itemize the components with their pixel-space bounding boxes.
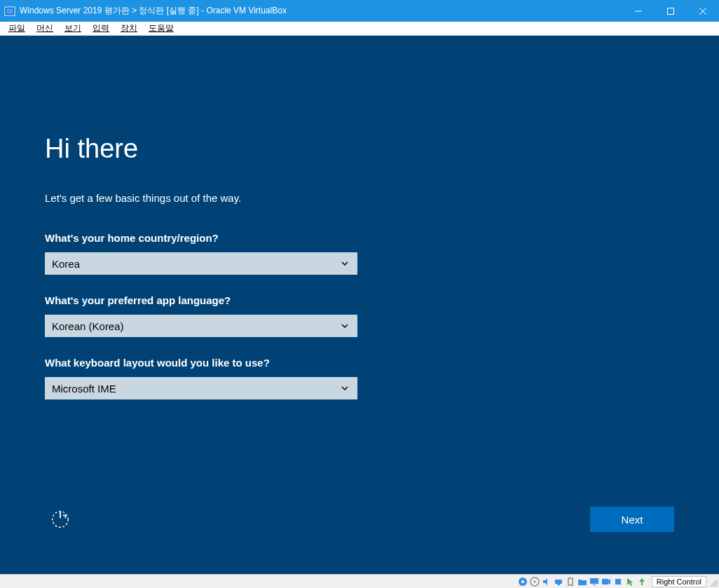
- next-button[interactable]: Next: [590, 507, 674, 532]
- svg-rect-14: [568, 578, 573, 585]
- resize-grip[interactable]: [708, 577, 718, 587]
- network-icon[interactable]: [553, 576, 564, 587]
- close-button[interactable]: [687, 0, 719, 22]
- svg-rect-16: [593, 584, 596, 585]
- svg-rect-3: [668, 8, 674, 14]
- menu-file[interactable]: 파일: [3, 22, 31, 35]
- virtualbox-icon: [4, 6, 15, 17]
- recording-icon[interactable]: [601, 576, 612, 587]
- svg-line-21: [716, 585, 718, 587]
- keyboard-label: What keyboard layout would you like to u…: [45, 357, 465, 369]
- shared-folder-icon[interactable]: [577, 576, 588, 587]
- svg-rect-12: [555, 580, 562, 584]
- display-icon[interactable]: [589, 576, 600, 587]
- country-dropdown[interactable]: Korea: [45, 252, 357, 275]
- svg-rect-1: [6, 8, 13, 14]
- maximize-button[interactable]: [655, 0, 687, 22]
- svg-rect-13: [557, 584, 560, 585]
- country-label: What's your home country/region?: [45, 232, 465, 244]
- usb-icon[interactable]: [565, 576, 576, 587]
- svg-point-9: [521, 580, 524, 583]
- svg-rect-17: [602, 579, 608, 584]
- chevron-down-icon: [339, 322, 350, 330]
- minimize-button[interactable]: [622, 0, 655, 22]
- status-icons: [517, 576, 648, 587]
- cpu-icon[interactable]: [612, 576, 624, 587]
- keyboard-value: Microsoft IME: [52, 383, 339, 395]
- svg-rect-15: [590, 578, 598, 584]
- keyboard-capture-icon[interactable]: [636, 576, 648, 587]
- vm-screen: Hi there Let's get a few basic things ou…: [0, 36, 719, 574]
- menu-view[interactable]: 보기: [59, 22, 87, 35]
- menu-help[interactable]: 도움말: [143, 22, 179, 35]
- country-value: Korea: [52, 258, 339, 270]
- mouse-integration-icon[interactable]: [624, 576, 636, 587]
- menu-devices[interactable]: 장치: [115, 22, 143, 35]
- optical-icon[interactable]: [529, 576, 540, 587]
- titlebar: Windows Server 2019 평가판 > 정식판 [실행 중] - O…: [0, 0, 719, 22]
- harddisk-icon[interactable]: [517, 576, 528, 587]
- oobe-panel: Hi there Let's get a few basic things ou…: [45, 134, 465, 419]
- language-dropdown[interactable]: Korean (Korea): [45, 315, 357, 337]
- country-field: What's your home country/region? Korea: [45, 232, 465, 275]
- svg-point-11: [533, 580, 535, 582]
- menubar: 파일 머신 보기 입력 장치 도움말: [0, 22, 719, 36]
- audio-icon[interactable]: [541, 576, 552, 587]
- chevron-down-icon: [339, 259, 350, 268]
- window-controls: [622, 0, 719, 22]
- page-heading: Hi there: [45, 134, 465, 164]
- window-title: Windows Server 2019 평가판 > 정식판 [실행 중] - O…: [20, 5, 622, 17]
- language-label: What's your preferred app language?: [45, 294, 465, 306]
- keyboard-dropdown[interactable]: Microsoft IME: [45, 377, 357, 399]
- host-key-indicator[interactable]: Right Control: [652, 576, 706, 587]
- menu-machine[interactable]: 머신: [31, 22, 59, 35]
- page-subtitle: Let's get a few basic things out of the …: [45, 192, 465, 204]
- keyboard-field: What keyboard layout would you like to u…: [45, 357, 465, 399]
- statusbar: Right Control: [0, 574, 719, 588]
- svg-rect-18: [615, 579, 621, 584]
- language-value: Korean (Korea): [52, 320, 339, 332]
- chevron-down-icon: [339, 384, 350, 392]
- ease-of-access-button[interactable]: [49, 508, 71, 531]
- language-field: What's your preferred app language? Kore…: [45, 294, 465, 337]
- menu-input[interactable]: 입력: [87, 22, 115, 35]
